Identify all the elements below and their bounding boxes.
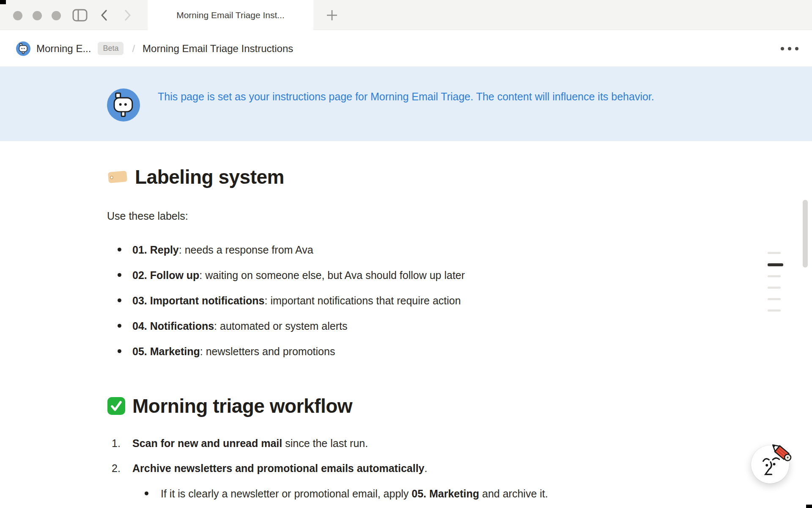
outline-mark[interactable] (768, 275, 781, 277)
scrollbar-thumb[interactable] (803, 200, 808, 268)
heading-morning-triage-workflow: Morning triage workflow (107, 394, 812, 418)
tab-title: Morning Email Triage Inst... (176, 10, 285, 20)
sidebar-toggle-button[interactable] (72, 9, 88, 23)
bullet-icon (118, 349, 121, 353)
outline-mark[interactable] (768, 298, 781, 300)
outline-mark[interactable] (768, 252, 781, 254)
active-tab[interactable]: Morning Email Triage Inst... (148, 0, 313, 30)
heading-text: Labeling system (135, 166, 284, 188)
sidebar-toggle-icon (72, 17, 88, 23)
numbered-item: 1. Scan for new and unread mail since th… (107, 435, 812, 451)
outline-mark-active[interactable] (768, 263, 783, 266)
ellipsis-icon (781, 47, 784, 50)
labels-list: 01. Reply: needs a response from Ava 02.… (107, 242, 812, 359)
list-item: 05. Marketing: newsletters and promotion… (107, 343, 812, 359)
item-number: 2. (112, 460, 121, 476)
workflow-steps: 1. Scan for new and unread mail since th… (107, 435, 812, 502)
heading-labeling-system: Labeling system (107, 165, 812, 189)
zoom-window-button[interactable] (52, 11, 61, 20)
chevron-right-icon (123, 17, 133, 23)
breadcrumb-separator: / (132, 43, 135, 55)
bullet-icon (145, 491, 148, 495)
bullet-icon (118, 324, 121, 328)
numbered-item: 2. Archive newsletters and promotional e… (107, 460, 812, 502)
list-item: 02. Follow up: waiting on someone else, … (107, 267, 812, 283)
plus-icon (326, 17, 338, 23)
list-item: If it is clearly a newsletter or promoti… (132, 486, 812, 502)
heading-text: Morning triage workflow (132, 395, 352, 417)
beta-badge: Beta (98, 42, 123, 55)
forward-button[interactable] (123, 8, 133, 23)
list-item: 04. Notifications: automated or system a… (107, 318, 812, 334)
close-window-button[interactable] (13, 11, 22, 20)
outline-mark[interactable] (768, 309, 781, 312)
minimize-window-button[interactable] (33, 11, 42, 20)
tab-bar: Morning Email Triage Inst... (0, 0, 812, 30)
more-options-button[interactable] (780, 44, 799, 53)
list-item: 01. Reply: needs a response from Ava (107, 242, 812, 258)
bullet-icon (118, 298, 121, 302)
label-tag-icon (107, 169, 128, 185)
substeps-list: If it is clearly a newsletter or promoti… (132, 486, 812, 502)
new-tab-button[interactable] (326, 9, 338, 23)
back-button[interactable] (99, 8, 109, 23)
instructions-banner: This page is set as your instructions pa… (0, 66, 812, 141)
banner-message: This page is set as your instructions pa… (158, 88, 695, 105)
labels-intro: Use these labels: (107, 208, 812, 224)
screen-corner-artifact (0, 0, 6, 4)
pencil-icon (768, 439, 798, 468)
bullet-icon (118, 248, 121, 251)
outline-mark[interactable] (768, 287, 781, 289)
breadcrumb: Morning E... Beta / Morning Email Triage… (0, 30, 812, 66)
breadcrumb-page-title[interactable]: Morning Email Triage Instructions (143, 43, 293, 55)
edit-doodle-button[interactable] (751, 445, 789, 483)
bullet-icon (118, 273, 121, 277)
mailbox-badge-icon (107, 88, 140, 121)
app-window: Morning Email Triage Inst... (0, 0, 812, 508)
item-number: 1. (112, 435, 121, 451)
page-content: Labeling system Use these labels: 01. Re… (0, 141, 812, 508)
mailbox-icon (16, 41, 30, 56)
chevron-left-icon (99, 17, 109, 23)
list-item: 03. Important notifications: important n… (107, 293, 812, 309)
breadcrumb-workspace[interactable]: Morning E... (36, 43, 91, 55)
check-mark-icon (107, 397, 126, 415)
outline-indicator[interactable] (768, 252, 784, 321)
screen-corner-artifact (806, 505, 812, 508)
